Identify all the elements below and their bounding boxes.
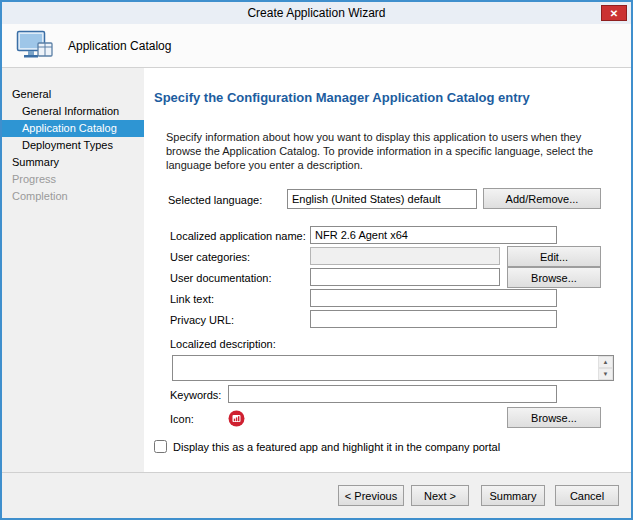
- localized-description-label: Localized description:: [170, 338, 276, 350]
- user-categories-input: [310, 247, 500, 265]
- sidebar-item-application-catalog[interactable]: Application Catalog: [2, 120, 144, 137]
- wizard-sidebar: General General Information Application …: [2, 68, 144, 472]
- add-remove-button[interactable]: Add/Remove...: [483, 188, 601, 209]
- user-categories-label: User categories:: [170, 251, 250, 263]
- previous-button[interactable]: < Previous: [338, 485, 404, 506]
- scroll-up-icon[interactable]: ▲: [598, 356, 613, 368]
- close-button[interactable]: ✕: [601, 5, 627, 21]
- scroll-down-icon[interactable]: ▼: [598, 368, 613, 380]
- keywords-label: Keywords:: [170, 389, 221, 401]
- link-text-label: Link text:: [170, 293, 214, 305]
- wizard-header: Application Catalog: [2, 24, 631, 68]
- link-text-input[interactable]: [310, 289, 557, 307]
- cancel-button[interactable]: Cancel: [555, 485, 619, 506]
- page-description: Specify information about how you want t…: [166, 130, 614, 172]
- user-documentation-input[interactable]: [310, 268, 500, 286]
- sidebar-item-deployment-types[interactable]: Deployment Types: [2, 137, 144, 154]
- window-title: Create Application Wizard: [247, 6, 385, 20]
- featured-app-checkbox[interactable]: [154, 440, 167, 453]
- localized-description-textarea[interactable]: ▲ ▼: [172, 355, 614, 381]
- description-scrollbar[interactable]: ▲ ▼: [598, 356, 613, 380]
- main-panel: Specify the Configuration Manager Applic…: [144, 68, 631, 472]
- next-button[interactable]: Next >: [411, 485, 469, 506]
- user-documentation-label: User documentation:: [170, 272, 272, 284]
- browse-icon-button[interactable]: Browse...: [507, 407, 601, 428]
- featured-app-checkbox-row: Display this as a featured app and highl…: [154, 440, 500, 453]
- summary-button[interactable]: Summary: [481, 485, 545, 506]
- sidebar-item-general[interactable]: General: [2, 86, 144, 103]
- selected-language-input[interactable]: [287, 189, 477, 209]
- sidebar-item-summary[interactable]: Summary: [2, 154, 144, 171]
- sidebar-item-completion: Completion: [2, 188, 144, 205]
- app-name-label: Localized application name:: [170, 230, 306, 242]
- localized-description-value: [173, 359, 181, 373]
- close-icon: ✕: [610, 8, 618, 19]
- wizard-body: General General Information Application …: [2, 68, 631, 472]
- create-application-wizard-window: Create Application Wizard ✕ Application …: [0, 0, 633, 520]
- application-catalog-icon: [16, 30, 56, 62]
- featured-app-checkbox-label: Display this as a featured app and highl…: [173, 441, 500, 453]
- header-title: Application Catalog: [68, 39, 171, 53]
- icon-label: Icon:: [170, 413, 194, 425]
- sidebar-item-general-information[interactable]: General Information: [2, 103, 144, 120]
- selected-language-label: Selected language:: [168, 194, 262, 206]
- page-title: Specify the Configuration Manager Applic…: [154, 90, 530, 105]
- browse-documentation-button[interactable]: Browse...: [507, 267, 601, 288]
- edit-categories-button[interactable]: Edit...: [507, 246, 601, 267]
- sidebar-item-progress: Progress: [2, 171, 144, 188]
- localized-application-name-input[interactable]: [310, 226, 557, 244]
- keywords-input[interactable]: [228, 385, 557, 403]
- title-bar: Create Application Wizard ✕: [2, 2, 631, 24]
- privacy-url-label: Privacy URL:: [170, 314, 234, 326]
- wizard-footer: < Previous Next > Summary Cancel: [2, 472, 631, 518]
- privacy-url-input[interactable]: [310, 310, 557, 328]
- application-default-icon: [228, 410, 245, 427]
